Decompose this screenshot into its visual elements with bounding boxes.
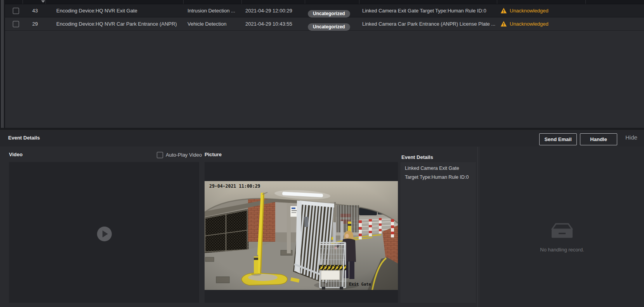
event-description: Linked Camera Car Park Entrance (ANPR) L…	[362, 17, 495, 30]
column-divider	[45, 0, 46, 4]
table-row[interactable]: 43 Encoding Device:HQ NVR Exit Gate Intr…	[5, 4, 644, 17]
event-id: 43	[32, 4, 38, 17]
column-divider	[23, 0, 23, 4]
video-player-area	[9, 162, 199, 303]
row-checkbox[interactable]	[13, 8, 19, 14]
detail-line: Linked Camera Exit Gate	[405, 166, 459, 171]
autoplay-checkbox[interactable]	[157, 152, 163, 158]
picture-area: 29-04-2021 11:00:29 Exit Gate	[205, 162, 398, 303]
event-type: Vehicle Detection	[187, 17, 226, 30]
column-divider	[497, 0, 497, 4]
event-time: 2021-04-29 12:00:29	[245, 4, 292, 17]
category-badge-cell: Uncategorized	[308, 7, 350, 14]
send-email-button[interactable]: Send Email	[539, 133, 577, 145]
warning-triangle-icon	[500, 21, 507, 27]
hide-link[interactable]: Hide	[625, 134, 637, 141]
column-divider	[305, 0, 305, 4]
left-scroll-strip[interactable]	[1, 0, 4, 128]
handle-button[interactable]: Handle	[580, 133, 617, 145]
column-divider	[183, 0, 184, 4]
category-badge: Uncategorized	[308, 10, 350, 17]
event-details-bar: Event Details Send Email Handle Hide	[0, 130, 644, 147]
event-details-bar-title: Event Details	[8, 135, 40, 141]
handling-records-panel: Handling records No handling record.	[480, 147, 644, 307]
empty-drawer-icon	[480, 223, 644, 241]
no-handling-record-text: No handling record.	[480, 247, 644, 253]
category-badge: Uncategorized	[308, 23, 350, 31]
picture-panel-title: Picture	[205, 152, 222, 157]
event-table: 43 Encoding Device:HQ NVR Exit Gate Intr…	[5, 0, 644, 128]
panel-divider	[477, 147, 478, 307]
play-icon	[102, 230, 108, 237]
snapshot-timestamp-overlay: 29-04-2021 11:00:29	[209, 183, 260, 189]
sort-descending-icon[interactable]	[41, 0, 45, 3]
column-divider	[241, 0, 242, 4]
table-header-clipped[interactable]	[5, 0, 644, 4]
event-snapshot-image[interactable]: 29-04-2021 11:00:29 Exit Gate	[205, 181, 398, 290]
play-button[interactable]	[97, 227, 112, 241]
autoplay-label: Auto-Play Video	[166, 152, 202, 158]
event-id: 29	[32, 17, 38, 30]
detail-panels-region: Video Auto-Play Video Picture	[0, 147, 644, 307]
event-source: Encoding Device:HQ NVR Exit Gate	[56, 4, 137, 17]
table-row[interactable]: 29 Encoding Device:HQ NVR Car Park Entra…	[5, 17, 644, 31]
details-text-area: Linked Camera Exit Gate Target Type:Huma…	[401, 162, 476, 303]
row-checkbox[interactable]	[13, 21, 19, 27]
detail-line: Target Type:Human Rule ID:0	[405, 174, 469, 180]
column-divider	[359, 0, 359, 4]
status-unacknowledged: Unacknowledged	[510, 17, 549, 30]
event-source: Encoding Device:HQ NVR Car Park Entrance…	[56, 17, 177, 30]
details-panel-title: Event Details	[401, 154, 433, 160]
event-center-window: 43 Encoding Device:HQ NVR Exit Gate Intr…	[0, 0, 644, 307]
event-description: Linked Camera Exit Gate Target Type:Huma…	[362, 4, 486, 17]
warning-triangle-icon	[500, 7, 507, 14]
snapshot-camera-name-overlay: Exit Gate	[349, 282, 371, 286]
event-time: 2021-04-29 10:43:55	[245, 17, 292, 30]
category-badge-cell: Uncategorized	[308, 20, 350, 28]
event-type: Intrusion Detection ...	[187, 4, 235, 17]
column-divider	[585, 0, 586, 4]
video-panel-title: Video	[9, 152, 23, 157]
status-unacknowledged: Unacknowledged	[510, 4, 549, 17]
